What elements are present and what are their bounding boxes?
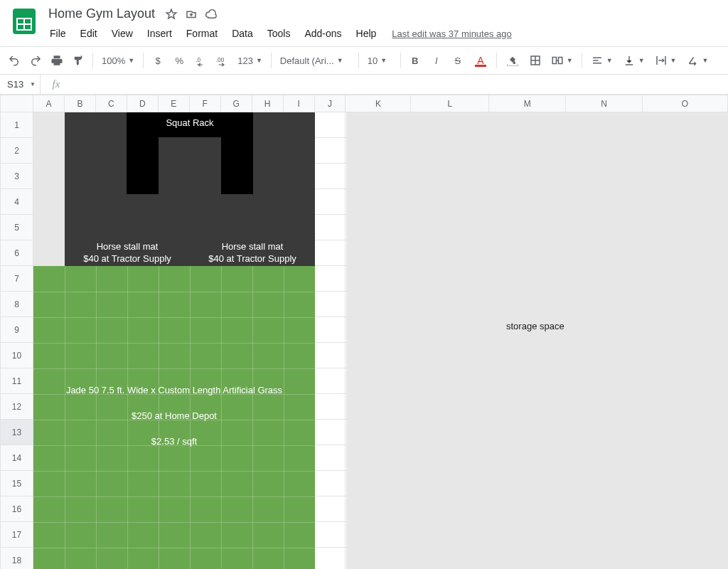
cell[interactable] xyxy=(314,445,346,471)
cell[interactable] xyxy=(64,394,95,420)
cell[interactable] xyxy=(252,368,283,394)
paint-format-button[interactable] xyxy=(68,50,88,70)
cell[interactable] xyxy=(346,343,411,368)
cell[interactable] xyxy=(64,292,95,317)
cell[interactable] xyxy=(252,496,283,522)
cell[interactable] xyxy=(411,420,489,445)
cell[interactable] xyxy=(411,317,489,343)
col-header[interactable]: I xyxy=(283,95,314,112)
cell[interactable] xyxy=(411,164,489,189)
row-header[interactable]: 7 xyxy=(1,266,33,292)
cell[interactable] xyxy=(95,522,127,548)
cell[interactable] xyxy=(346,164,411,189)
cell[interactable] xyxy=(283,266,314,292)
cell[interactable] xyxy=(283,394,314,420)
cell[interactable] xyxy=(33,420,64,445)
cell[interactable] xyxy=(489,420,566,445)
cell[interactable] xyxy=(95,471,127,496)
cell[interactable] xyxy=(643,522,728,548)
cell[interactable] xyxy=(643,215,728,240)
cell[interactable] xyxy=(411,471,489,496)
cell[interactable] xyxy=(489,394,566,420)
cell[interactable] xyxy=(283,522,314,548)
col-header[interactable]: L xyxy=(411,95,489,112)
text-color-button[interactable]: A xyxy=(469,50,492,70)
cell[interactable] xyxy=(220,317,252,343)
cell[interactable] xyxy=(346,266,411,292)
menu-help[interactable]: Help xyxy=(350,25,382,42)
row-header[interactable]: 16 xyxy=(1,496,33,522)
cell[interactable] xyxy=(314,189,346,215)
cell[interactable] xyxy=(33,317,64,343)
cell[interactable] xyxy=(220,343,252,368)
cell[interactable] xyxy=(566,138,643,164)
cell[interactable] xyxy=(64,317,95,343)
cell[interactable] xyxy=(411,445,489,471)
cell[interactable] xyxy=(33,368,64,394)
menu-edit[interactable]: Edit xyxy=(75,25,103,42)
cell[interactable] xyxy=(283,112,314,138)
cell[interactable] xyxy=(566,471,643,496)
cell[interactable] xyxy=(64,266,95,292)
cell[interactable] xyxy=(643,368,728,394)
cell[interactable] xyxy=(95,266,127,292)
cell[interactable] xyxy=(346,240,411,266)
cell[interactable] xyxy=(127,317,158,343)
cell[interactable] xyxy=(95,445,127,471)
cell[interactable] xyxy=(95,215,127,240)
cell[interactable] xyxy=(158,112,189,138)
cell[interactable] xyxy=(566,112,643,138)
cell[interactable] xyxy=(489,292,566,317)
cell[interactable] xyxy=(33,266,64,292)
cell[interactable] xyxy=(127,240,158,266)
cell[interactable] xyxy=(33,240,64,266)
cell[interactable] xyxy=(283,343,314,368)
cell[interactable] xyxy=(346,522,411,548)
cell[interactable] xyxy=(220,240,252,266)
cell[interactable] xyxy=(189,240,220,266)
cell[interactable] xyxy=(189,445,220,471)
col-header[interactable]: J xyxy=(314,95,346,112)
cell[interactable] xyxy=(220,394,252,420)
cell[interactable] xyxy=(158,420,189,445)
text-wrap-dropdown[interactable]: ▼ xyxy=(651,50,681,70)
row-header[interactable]: 9 xyxy=(1,317,33,343)
cell[interactable] xyxy=(252,343,283,368)
cell[interactable] xyxy=(64,138,95,164)
cell[interactable] xyxy=(127,215,158,240)
cell[interactable] xyxy=(33,522,64,548)
cell[interactable] xyxy=(33,189,64,215)
cell[interactable] xyxy=(189,317,220,343)
cell[interactable] xyxy=(411,292,489,317)
cell[interactable] xyxy=(283,189,314,215)
row-header[interactable]: 6 xyxy=(1,240,33,266)
cell[interactable] xyxy=(566,292,643,317)
cell[interactable] xyxy=(95,138,127,164)
cell[interactable] xyxy=(189,368,220,394)
cell[interactable] xyxy=(189,420,220,445)
cell[interactable] xyxy=(158,471,189,496)
cell[interactable] xyxy=(189,548,220,570)
cell[interactable] xyxy=(33,548,64,570)
cell[interactable] xyxy=(252,189,283,215)
cell[interactable] xyxy=(283,496,314,522)
select-all-corner[interactable] xyxy=(1,95,33,112)
cell[interactable] xyxy=(489,189,566,215)
cell[interactable] xyxy=(158,189,189,215)
cell[interactable] xyxy=(64,548,95,570)
cell[interactable] xyxy=(489,317,566,343)
cell[interactable] xyxy=(127,420,158,445)
vertical-align-dropdown[interactable]: ▼ xyxy=(619,50,649,70)
cell[interactable] xyxy=(489,240,566,266)
cell[interactable] xyxy=(489,368,566,394)
cell[interactable] xyxy=(127,292,158,317)
cell[interactable] xyxy=(346,394,411,420)
increase-decimal-button[interactable]: .00 xyxy=(212,50,232,70)
cell[interactable] xyxy=(33,394,64,420)
cell[interactable] xyxy=(411,240,489,266)
menu-data[interactable]: Data xyxy=(226,25,259,42)
cell[interactable] xyxy=(64,189,95,215)
cell[interactable] xyxy=(346,368,411,394)
col-header[interactable]: M xyxy=(489,95,566,112)
cell[interactable] xyxy=(64,420,95,445)
